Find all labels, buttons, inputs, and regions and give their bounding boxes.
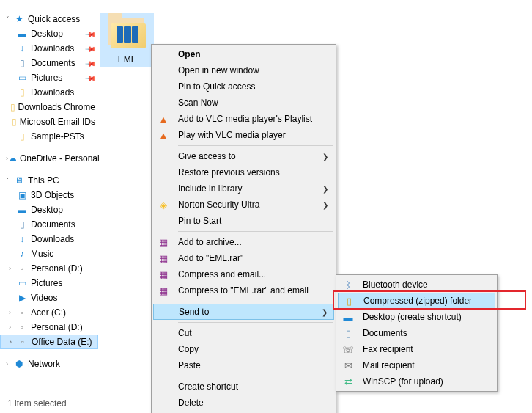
nav-label: Pictures xyxy=(31,278,62,288)
nav-icon: ▬ xyxy=(16,28,28,40)
menu-item[interactable]: Pin to Start xyxy=(153,213,334,229)
nav-item[interactable]: ▯Documents📌 xyxy=(0,56,98,70)
menu-icon: ▦ xyxy=(156,283,171,298)
menu-item[interactable]: Paste xyxy=(153,357,334,373)
folder-item-eml[interactable]: EML xyxy=(100,13,154,67)
menu-item[interactable]: Restore previous versions xyxy=(153,164,334,180)
menu-icon: ⇄ xyxy=(341,374,355,389)
menu-item[interactable]: ▦Add to "EML.rar" xyxy=(153,250,334,266)
pin-icon: 📌 xyxy=(85,43,97,54)
nav-icon: ↓ xyxy=(16,233,28,245)
nav-item[interactable]: ▯Documents xyxy=(0,217,98,232)
menu-item[interactable]: Scan Now xyxy=(153,95,334,111)
nav-label: Downloads xyxy=(31,234,74,244)
nav-label: Personal (D:) xyxy=(31,263,83,274)
nav-item[interactable]: ˅🖥This PC xyxy=(0,173,98,188)
submenu-arrow-icon: ❯ xyxy=(322,308,328,316)
nav-item[interactable]: ▯Downloads xyxy=(0,85,98,100)
menu-item[interactable]: Copy xyxy=(153,341,334,357)
nav-item[interactable]: ♪Music xyxy=(0,246,98,261)
menu-item[interactable]: Pin to Quick access xyxy=(153,78,334,95)
menu-item[interactable]: Delete xyxy=(153,395,334,411)
nav-item[interactable]: ▣3D Objects xyxy=(0,188,98,202)
menu-item[interactable]: ▲Play with VLC media player xyxy=(153,127,334,143)
nav-item[interactable]: ▶Videos xyxy=(0,290,98,305)
menu-label: Give access to xyxy=(178,151,315,161)
nav-item[interactable]: ›▫Acer (C:) xyxy=(0,305,98,320)
nav-label: Documents xyxy=(31,219,75,230)
menu-label: Scan Now xyxy=(178,98,315,108)
menu-item[interactable]: ▯Documents xyxy=(338,325,495,341)
nav-item[interactable]: ▬Desktop📌 xyxy=(0,26,98,41)
menu-icon xyxy=(156,95,171,110)
context-menu-main: OpenOpen in new windowPin to Quick acces… xyxy=(151,44,336,413)
menu-item[interactable]: ⇄WinSCP (for upload) xyxy=(338,373,495,390)
nav-sidebar: ˅★Quick access▬Desktop📌↓Downloads📌▯Docum… xyxy=(0,12,98,371)
menu-label: WinSCP (for upload) xyxy=(363,376,476,387)
menu-label: Add to VLC media player's Playlist xyxy=(178,114,315,124)
chevron-icon: › xyxy=(6,360,13,368)
menu-icon xyxy=(156,379,171,394)
nav-item[interactable]: ›▫Personal (D:) xyxy=(0,261,98,276)
menu-label: Desktop (create shortcut) xyxy=(363,312,476,322)
nav-item[interactable]: ▯Downloads Chrome xyxy=(0,100,98,114)
nav-icon: ▫ xyxy=(16,263,28,274)
menu-item[interactable]: Send to❯ xyxy=(153,304,334,320)
chevron-icon: › xyxy=(9,309,16,316)
nav-item[interactable]: ▭Pictures📌 xyxy=(0,70,98,85)
chevron-icon: › xyxy=(9,265,16,272)
nav-icon: ▣ xyxy=(16,189,28,201)
folder-label: EML xyxy=(103,54,151,65)
nav-item[interactable]: ›▫Personal (D:) xyxy=(0,320,98,335)
menu-label: Compressed (zipped) folder xyxy=(363,296,476,306)
nav-icon: ▶ xyxy=(16,292,28,304)
menu-item[interactable]: Include in library❯ xyxy=(153,180,334,197)
nav-item[interactable]: ▯Sample-PSTs xyxy=(0,129,98,144)
menu-icon xyxy=(156,181,171,196)
nav-item[interactable]: ↓Downloads📌 xyxy=(0,41,98,56)
nav-icon: ▯ xyxy=(16,57,28,69)
menu-item[interactable]: ▯Compressed (zipped) folder xyxy=(338,293,495,309)
menu-item[interactable]: ☏Fax recipient xyxy=(338,341,495,357)
nav-item[interactable]: ›☁OneDrive - Personal xyxy=(0,151,98,166)
nav-item[interactable]: ›⬢Network xyxy=(0,357,98,371)
menu-icon: ▲ xyxy=(156,112,171,126)
nav-item[interactable]: ▬Desktop xyxy=(0,202,98,217)
menu-icon xyxy=(156,63,171,78)
menu-item[interactable]: ▦Compress and email... xyxy=(153,266,334,282)
menu-label: Cut xyxy=(178,328,315,338)
menu-label: Open xyxy=(178,49,315,59)
menu-label: Documents xyxy=(363,328,476,338)
nav-label: Videos xyxy=(31,293,57,303)
menu-icon: ▦ xyxy=(156,251,171,266)
menu-item[interactable]: ▬Desktop (create shortcut) xyxy=(338,309,495,325)
nav-item[interactable]: ↓Downloads xyxy=(0,232,98,246)
menu-icon: ▯ xyxy=(341,326,355,340)
menu-item[interactable]: ✉Mail recipient xyxy=(338,357,495,373)
nav-icon: ▯ xyxy=(16,87,28,98)
nav-item[interactable]: ▭Pictures xyxy=(0,276,98,290)
nav-icon: ↓ xyxy=(16,43,28,54)
menu-item[interactable]: Give access to❯ xyxy=(153,148,334,164)
nav-item[interactable]: ›▫Office Data (E:) xyxy=(0,335,98,349)
menu-item[interactable]: Cut xyxy=(153,325,334,341)
menu-item[interactable]: Create shortcut xyxy=(153,379,334,395)
menu-separator xyxy=(178,231,333,232)
menu-label: Restore previous versions xyxy=(178,167,315,178)
menu-item[interactable]: Open in new window xyxy=(153,62,334,78)
nav-label: Microsoft Email IDs xyxy=(20,117,95,127)
nav-icon: ▯ xyxy=(12,116,17,128)
chevron-icon: › xyxy=(9,324,16,331)
menu-item[interactable]: ▲Add to VLC media player's Playlist xyxy=(153,111,334,127)
nav-icon: ▯ xyxy=(10,101,15,113)
menu-icon: ▬ xyxy=(341,310,355,324)
nav-item[interactable]: ˅★Quick access xyxy=(0,12,98,26)
menu-icon xyxy=(156,47,171,62)
menu-item[interactable]: ▦Compress to "EML.rar" and email xyxy=(153,282,334,299)
menu-item[interactable]: ◈Norton Security Ultra❯ xyxy=(153,197,334,213)
content-pane: EML xyxy=(100,13,154,67)
menu-item[interactable]: ᛒBluetooth device xyxy=(338,277,495,293)
menu-item[interactable]: Open xyxy=(153,46,334,62)
nav-item[interactable]: ▯Microsoft Email IDs xyxy=(0,114,98,129)
menu-item[interactable]: ▦Add to archive... xyxy=(153,234,334,250)
